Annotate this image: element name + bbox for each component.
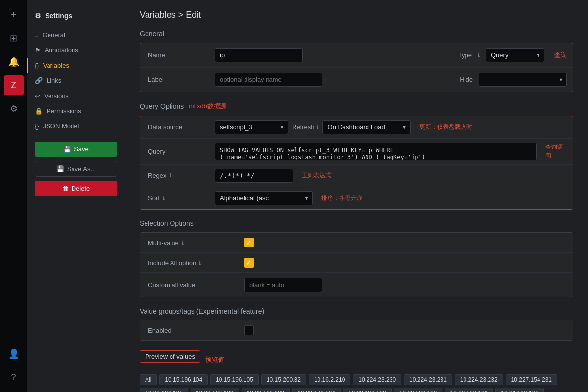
datasource-select[interactable]: selfscript_3 — [215, 120, 288, 134]
sort-value-cell: Alphabetical (asc ▼ 排序：字母升序 — [209, 187, 573, 209]
query-label: Query — [140, 139, 209, 164]
sidebar-item-annotations[interactable]: ⚑ Annotations — [27, 43, 125, 58]
json-icon: {} — [35, 122, 39, 130]
hide-select[interactable] — [479, 73, 567, 87]
preview-cn-label: 预览值 — [205, 355, 224, 364]
include-all-info-icon: ℹ — [199, 260, 201, 266]
preview-tag: 10.16.2.210 — [309, 374, 350, 385]
include-all-checkbox[interactable]: ✓ — [244, 258, 254, 268]
preview-tag: 10.33.196.121 — [445, 388, 493, 392]
trash-icon: 🗑 — [62, 185, 69, 192]
multi-value-checkbox[interactable]: ✓ — [244, 238, 254, 247]
influx-cn-label: inflxdb数据源 — [189, 102, 226, 111]
preview-tag: 10.227.154.231 — [506, 374, 557, 385]
preview-tag: 10.33.196.104 — [292, 388, 341, 392]
type-select-wrap: Query ▼ — [486, 48, 544, 62]
sidebar: ⚙ Settings ≡ General ⚑ Annotations {} Va… — [27, 0, 125, 392]
preview-tag: 10.224.23.232 — [455, 374, 503, 385]
page-title: Variables > Edit — [140, 10, 573, 20]
name-input[interactable] — [215, 48, 303, 62]
general-icon: ≡ — [35, 31, 39, 39]
preview-label: Preview of values — [140, 350, 200, 363]
update-cn-label: 更新：仪表盘载入时 — [419, 123, 472, 131]
query-value-cell: SHOW TAG VALUES ON selfscript_3 WITH KEY… — [209, 139, 573, 164]
preview-tag: All — [140, 374, 157, 385]
sidebar-item-versions[interactable]: ↩ Versions — [27, 88, 125, 103]
multi-value-label: Multi-value ℹ — [140, 234, 238, 251]
delete-button[interactable]: 🗑 Delete — [35, 181, 117, 196]
variables-icon: {} — [35, 62, 39, 69]
label-value-cell — [209, 68, 454, 92]
sidebar-item-general[interactable]: ≡ General — [27, 27, 125, 43]
sort-select-wrap: Alphabetical (asc ▼ — [215, 191, 313, 205]
include-all-checkbox-cell: ✓ — [238, 253, 260, 272]
custom-all-label: Custom all value — [140, 276, 238, 294]
selection-options-section-title: Selection Options — [140, 220, 573, 227]
preview-tag: 10.33.196.122 — [495, 388, 544, 392]
bell-icon[interactable]: 🔔 — [4, 52, 24, 72]
label-label: Label — [140, 71, 209, 88]
custom-all-value-cell — [238, 273, 328, 297]
plus-icon[interactable]: + — [4, 5, 24, 24]
multi-value-row: Multi-value ℹ ✓ — [140, 233, 573, 253]
preview-tag: 10.15.196.104 — [159, 374, 208, 385]
type-select[interactable]: Query — [486, 48, 544, 62]
query-cn-label: 查询 — [554, 51, 567, 60]
datasource-label: Data source — [140, 116, 209, 138]
user-icon[interactable]: 👤 — [4, 344, 24, 364]
preview-tags-container: All10.15.196.10410.15.196.10510.15.200.3… — [140, 374, 573, 392]
sidebar-buttons: 💾 Save 💾 Save As... 🗑 Delete — [27, 134, 125, 204]
custom-all-row: Custom all value — [140, 273, 573, 297]
include-all-row: Include All option ℹ ✓ — [140, 253, 573, 273]
save-as-icon: 💾 — [56, 165, 64, 172]
enabled-label: Enabled — [140, 322, 238, 339]
grid-icon[interactable]: ⊞ — [4, 28, 24, 48]
regex-input[interactable] — [215, 169, 293, 183]
dashboard-load-select[interactable]: On Dashboard Load — [322, 120, 411, 134]
sidebar-item-json-model[interactable]: {} JSON Model — [27, 119, 125, 134]
type-info-icon: ℹ — [478, 52, 480, 58]
custom-all-input[interactable] — [244, 278, 322, 292]
regex-info-icon: ℹ — [170, 172, 172, 179]
preview-tag: 10.33.196.108 — [343, 388, 392, 392]
sidebar-title: ⚙ Settings — [27, 8, 125, 27]
query-cn-label: 查询语句 — [545, 143, 567, 160]
name-value-cell — [209, 43, 452, 67]
enabled-row: Enabled — [140, 320, 573, 340]
regex-label: Regex ℹ — [140, 165, 209, 187]
links-icon: 🔗 — [35, 77, 43, 84]
preview-tag: 10.15.196.105 — [210, 374, 259, 385]
enabled-checkbox-cell — [238, 320, 260, 340]
query-options-form: Data source selfscript_3 ▼ Refresh ℹ On … — [140, 116, 573, 210]
sidebar-item-links[interactable]: 🔗 Links — [27, 73, 125, 88]
name-row: Name Type ℹ Query ▼ 查询 — [140, 43, 573, 68]
datasource-value-cell: selfscript_3 ▼ Refresh ℹ On Dashboard Lo… — [209, 116, 573, 138]
save-as-button[interactable]: 💾 Save As... — [35, 161, 117, 177]
hide-select-wrap: ▼ — [479, 73, 567, 87]
sidebar-item-variables[interactable]: {} Variables — [27, 58, 125, 73]
regex-value-cell: 正则表达式 — [209, 165, 573, 187]
help-icon[interactable]: ? — [4, 368, 24, 387]
settings-icon: ⚙ — [35, 12, 41, 20]
preview-tag: 10.33.196.103 — [242, 388, 290, 392]
sort-row: Sort ℹ Alphabetical (asc ▼ 排序：字母升序 — [140, 187, 573, 209]
gear-icon[interactable]: ⚙ — [4, 99, 24, 119]
include-all-label: Include All option ℹ — [140, 254, 238, 271]
preview-section: Preview of values 预览值 All10.15.196.10410… — [140, 350, 573, 392]
datasource-row: Data source selfscript_3 ▼ Refresh ℹ On … — [140, 116, 573, 139]
enabled-checkbox[interactable] — [244, 325, 254, 335]
sort-label: Sort ℹ — [140, 187, 209, 209]
query-textarea[interactable]: SHOW TAG VALUES ON selfscript_3 WITH KEY… — [215, 143, 537, 160]
datasource-select-wrap: selfscript_3 ▼ — [215, 120, 288, 134]
sort-select[interactable]: Alphabetical (asc — [215, 191, 313, 205]
label-input[interactable] — [215, 73, 322, 87]
sidebar-item-permissions[interactable]: 🔒 Permissions — [27, 103, 125, 119]
general-form: Name Type ℹ Query ▼ 查询 Label — [140, 43, 573, 92]
save-button[interactable]: 💾 Save — [35, 142, 117, 157]
z-icon[interactable]: Z — [4, 75, 24, 95]
hide-label: Hide — [460, 76, 473, 83]
selection-options-form: Multi-value ℹ ✓ Include All option ℹ ✓ C… — [140, 232, 573, 297]
preview-tag: 10.33.196.101 — [140, 388, 188, 392]
main-content: Variables > Edit General Name Type ℹ Que… — [125, 0, 588, 392]
save-icon: 💾 — [63, 146, 71, 153]
